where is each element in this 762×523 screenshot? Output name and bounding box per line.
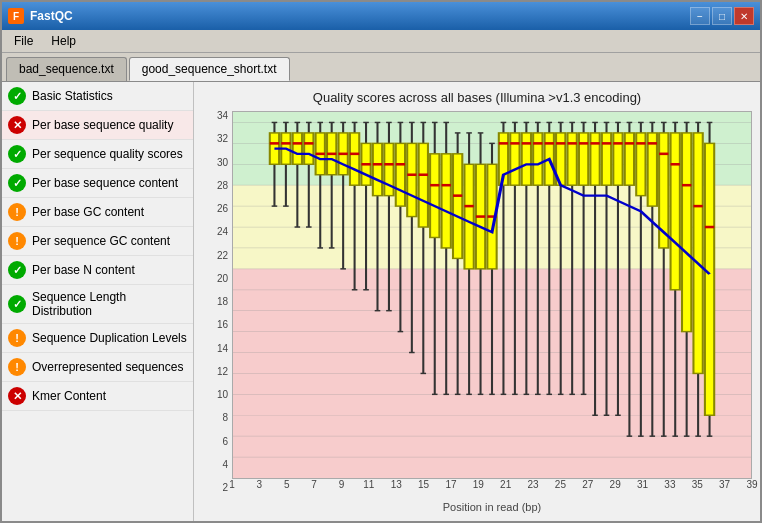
chart-container: 343230282624222018161412108642 135791113… [202, 111, 752, 513]
y-axis-label: 18 [217, 297, 228, 307]
x-axis-label: 39 [746, 479, 757, 490]
sidebar-item-basic-stats[interactable]: ✓ Basic Statistics [2, 82, 193, 111]
svg-rect-208 [693, 133, 702, 374]
tab-bad-sequence[interactable]: bad_sequence.txt [6, 57, 127, 81]
status-icon-ok-5: ✓ [8, 295, 26, 313]
x-axis-label: 35 [692, 479, 703, 490]
x-axis-title: Position in read (bp) [232, 501, 752, 513]
y-axis-label: 12 [217, 367, 228, 377]
x-axis-label: 31 [637, 479, 648, 490]
maximize-button[interactable]: □ [712, 7, 732, 25]
chart-plot [232, 111, 752, 479]
x-axis-label: 7 [311, 479, 317, 490]
chart-area: Quality scores across all bases (Illumin… [194, 82, 760, 521]
tab-good-sequence[interactable]: good_sequence_short.txt [129, 57, 290, 81]
svg-rect-138 [533, 133, 542, 185]
sidebar-label-seq-length-dist: Sequence Length Distribution [32, 290, 187, 318]
svg-rect-178 [625, 133, 634, 185]
chart-svg [233, 112, 751, 478]
x-axis-label: 15 [418, 479, 429, 490]
y-axis: 343230282624222018161412108642 [202, 111, 232, 513]
x-axis-label: 5 [284, 479, 290, 490]
minimize-button[interactable]: − [690, 7, 710, 25]
y-axis-label: 22 [217, 251, 228, 261]
svg-rect-173 [613, 133, 622, 185]
sidebar-label-per-base-seq-content: Per base sequence content [32, 176, 178, 190]
sidebar-item-seq-dup-levels[interactable]: ! Sequence Duplication Levels [2, 324, 193, 353]
x-axis-label: 33 [664, 479, 675, 490]
sidebar-label-per-base-seq-quality: Per base sequence quality [32, 118, 173, 132]
x-axis-label: 37 [719, 479, 730, 490]
status-icon-ok-4: ✓ [8, 261, 26, 279]
status-icon-ok-3: ✓ [8, 174, 26, 192]
y-axis-label: 2 [222, 483, 228, 493]
sidebar-label-per-seq-gc: Per sequence GC content [32, 234, 170, 248]
x-axis-label: 13 [391, 479, 402, 490]
status-icon-fail-1: ✕ [8, 116, 26, 134]
svg-rect-158 [579, 133, 588, 185]
sidebar-label-kmer-content: Kmer Content [32, 389, 106, 403]
title-bar-left: F FastQC [8, 8, 73, 24]
status-icon-warn-1: ! [8, 203, 26, 221]
sidebar-label-per-base-n: Per base N content [32, 263, 135, 277]
sidebar-label-per-seq-quality: Per sequence quality scores [32, 147, 183, 161]
main-window: F FastQC − □ ✕ File Help bad_sequence.tx… [0, 0, 762, 523]
sidebar-item-per-base-seq-content[interactable]: ✓ Per base sequence content [2, 169, 193, 198]
sidebar-item-seq-length-dist[interactable]: ✓ Sequence Length Distribution [2, 285, 193, 324]
y-axis-label: 28 [217, 181, 228, 191]
sidebar-item-per-base-n[interactable]: ✓ Per base N content [2, 256, 193, 285]
svg-rect-98 [442, 154, 451, 248]
svg-rect-203 [682, 133, 691, 332]
x-axis-label: 1 [229, 479, 235, 490]
y-axis-label: 4 [222, 460, 228, 470]
close-button[interactable]: ✕ [734, 7, 754, 25]
sidebar-item-kmer-content[interactable]: ✕ Kmer Content [2, 382, 193, 411]
tabs-bar: bad_sequence.txt good_sequence_short.txt [2, 53, 760, 81]
svg-rect-78 [396, 143, 405, 206]
svg-rect-198 [671, 133, 680, 290]
svg-rect-168 [602, 133, 611, 185]
status-icon-warn-2: ! [8, 232, 26, 250]
status-icon-ok-2: ✓ [8, 145, 26, 163]
title-controls: − □ ✕ [690, 7, 754, 25]
sidebar: ✓ Basic Statistics ✕ Per base sequence q… [2, 82, 194, 521]
menu-file[interactable]: File [6, 32, 41, 50]
status-icon-fail-2: ✕ [8, 387, 26, 405]
svg-rect-128 [510, 133, 519, 185]
status-icon-warn-4: ! [8, 358, 26, 376]
x-axis-label: 11 [363, 479, 374, 490]
svg-rect-83 [407, 143, 416, 216]
status-icon-warn-3: ! [8, 329, 26, 347]
sidebar-item-overrep-seq[interactable]: ! Overrepresented sequences [2, 353, 193, 382]
x-axis-label: 17 [445, 479, 456, 490]
app-icon: F [8, 8, 24, 24]
y-axis-label: 24 [217, 227, 228, 237]
x-axis-label: 27 [582, 479, 593, 490]
sidebar-item-per-seq-quality[interactable]: ✓ Per sequence quality scores [2, 140, 193, 169]
sidebar-item-per-seq-gc[interactable]: ! Per sequence GC content [2, 227, 193, 256]
x-axis-labels: 13579111315171921232527293133353739 [232, 479, 752, 499]
sidebar-item-per-base-gc[interactable]: ! Per base GC content [2, 198, 193, 227]
svg-rect-38 [304, 133, 313, 164]
sidebar-item-per-base-seq-quality[interactable]: ✕ Per base sequence quality [2, 111, 193, 140]
svg-rect-103 [453, 154, 462, 259]
menu-bar: File Help [2, 30, 760, 53]
svg-rect-88 [419, 143, 428, 227]
title-bar: F FastQC − □ ✕ [2, 2, 760, 30]
svg-rect-133 [522, 133, 531, 185]
y-axis-label: 10 [217, 390, 228, 400]
x-axis-label: 25 [555, 479, 566, 490]
menu-help[interactable]: Help [43, 32, 84, 50]
svg-rect-153 [568, 133, 577, 185]
y-axis-label: 26 [217, 204, 228, 214]
x-axis: 13579111315171921232527293133353739 [232, 479, 752, 499]
y-axis-label: 14 [217, 344, 228, 354]
y-axis-label: 30 [217, 158, 228, 168]
x-axis-label: 21 [500, 479, 511, 490]
content-area: ✓ Basic Statistics ✕ Per base sequence q… [2, 81, 760, 521]
x-axis-label: 19 [473, 479, 484, 490]
chart-inner: 13579111315171921232527293133353739 Posi… [232, 111, 752, 513]
y-axis-label: 34 [217, 111, 228, 121]
x-axis-label: 23 [527, 479, 538, 490]
svg-rect-33 [293, 133, 302, 164]
